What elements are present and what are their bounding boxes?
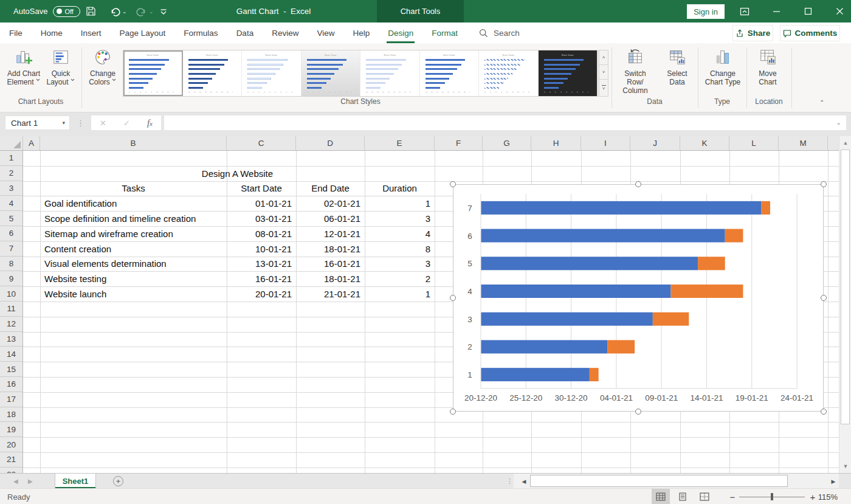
gallery-scroll-down-button[interactable]: ˅ [599,64,608,80]
comments-button[interactable]: Comments [780,25,840,41]
collapse-ribbon-icon[interactable]: ⌃ [819,99,824,106]
column-header-M[interactable]: M [779,136,828,150]
row-header-15[interactable]: 15 [0,362,22,377]
cell-header-end-date[interactable]: End Date [296,181,365,196]
vertical-scroll-thumb[interactable] [841,150,850,424]
scroll-left-icon[interactable]: ◀ [519,474,529,489]
cell-task[interactable]: Website testing [40,271,227,286]
chart-handle-top-middle[interactable] [635,181,641,187]
undo-button[interactable]: ⌄ [109,0,127,22]
row-header-18[interactable]: 18 [0,407,22,423]
change-colors-button[interactable]: ChangeColors [85,48,120,95]
column-header-F[interactable]: F [435,136,483,150]
cell-duration[interactable]: 1 [365,196,435,211]
chart-style-2[interactable]: Start Date [183,50,243,96]
cell-end-date[interactable]: 02-01-21 [296,196,365,211]
switch-row-column-button[interactable]: Switch Row/Column [615,48,655,95]
tab-page-layout[interactable]: Page Layout [111,22,175,43]
undo-dropdown-icon[interactable]: ⌄ [122,9,127,15]
cell-duration[interactable]: 1 [365,286,435,302]
cell-start-date[interactable]: 20-01-21 [227,286,296,302]
gallery-scroll-up-button[interactable]: ˄ [599,50,608,65]
cell-duration[interactable]: 8 [365,241,435,257]
redo-button[interactable]: ⌄ [136,0,154,22]
select-all-corner[interactable] [0,136,23,150]
tab-file[interactable]: File [0,22,32,43]
tab-insert[interactable]: Insert [72,22,111,43]
column-header-H[interactable]: H [531,136,581,150]
save-icon[interactable] [86,0,96,22]
tab-design[interactable]: Design [379,22,422,43]
tab-view[interactable]: View [308,22,343,43]
zoom-slider-thumb[interactable] [771,493,773,500]
chart-handle-top-right[interactable] [821,181,827,187]
autosave-toggle[interactable]: Off [53,6,80,17]
column-header-C[interactable]: C [227,136,296,150]
cell-duration[interactable]: 2 [365,271,435,286]
column-header-L[interactable]: L [729,136,779,150]
chart-handle-middle-right[interactable] [821,295,827,301]
sheet-nav-right-icon[interactable]: ▶ [28,474,33,489]
search-box[interactable]: Search [479,22,520,43]
tab-home[interactable]: Home [32,22,72,43]
chart-handle-bottom-left[interactable] [450,409,456,415]
ribbon-display-options-icon[interactable] [737,0,753,22]
column-header-A[interactable]: A [23,136,40,150]
zoom-out-button[interactable]: − [727,489,738,504]
chart-handle-bottom-middle[interactable] [635,409,641,415]
row-header-8[interactable]: 8 [0,257,22,272]
column-header-J[interactable]: J [630,136,680,150]
tab-data[interactable]: Data [227,22,263,43]
row-header-14[interactable]: 14 [0,347,22,362]
tab-review[interactable]: Review [263,22,308,43]
sign-in-button[interactable]: Sign in [687,4,725,19]
cell-duration[interactable]: 3 [365,257,435,272]
formula-bar-grip[interactable]: ⋮ [77,116,84,130]
normal-view-icon[interactable] [652,489,670,504]
tab-format[interactable]: Format [422,22,467,43]
formula-bar-expand-icon[interactable]: ⌄ [836,119,841,126]
row-header-19[interactable]: 19 [0,422,22,437]
page-layout-view-icon[interactable] [674,489,692,504]
enter-icon[interactable]: ✓ [123,119,130,128]
cancel-icon[interactable]: ✕ [100,119,106,128]
cell-header-tasks[interactable]: Tasks [40,181,227,196]
quick-layout-button[interactable]: QuickLayout [44,48,78,95]
chart-style-3[interactable]: Start Date [242,50,301,96]
cell-start-date[interactable]: 13-01-21 [227,257,296,272]
share-button[interactable]: Share [732,25,773,41]
row-header-13[interactable]: 13 [0,332,22,347]
cell-end-date[interactable]: 18-01-21 [296,271,365,286]
cell-task[interactable]: Goal identification [40,196,227,211]
row-header-12[interactable]: 12 [0,317,22,332]
name-box[interactable]: Chart 1 ▾ [5,116,70,130]
chart-style-4[interactable]: Start Date [301,50,361,96]
vertical-scrollbar[interactable]: ▲ ▼ [839,136,851,473]
row-header-10[interactable]: 10 [0,286,22,302]
cell-start-date[interactable]: 08-01-21 [227,226,296,241]
tab-scrollbar-grip[interactable]: ⋮ [506,474,513,489]
cell-duration[interactable]: 4 [365,226,435,241]
column-header-D[interactable]: D [296,136,365,150]
column-header-K[interactable]: K [680,136,729,150]
chart-style-5[interactable]: Start Date [360,50,420,96]
column-header-B[interactable]: B [40,136,227,150]
change-chart-type-button[interactable]: ChangeChart Type [700,48,745,95]
cell-end-date[interactable]: 21-01-21 [296,286,365,302]
row-header-7[interactable]: 7 [0,241,22,257]
row-header-20[interactable]: 20 [0,437,22,452]
cell-end-date[interactable]: 16-01-21 [296,257,365,272]
tab-formulas[interactable]: Formulas [174,22,227,43]
maximize-button[interactable] [800,0,816,22]
cell-end-date[interactable]: 18-01-21 [296,241,365,257]
tab-help[interactable]: Help [343,22,379,43]
scroll-down-icon[interactable]: ▼ [839,460,851,473]
row-header-4[interactable]: 4 [0,196,22,211]
move-chart-button[interactable]: MoveChart [749,48,787,95]
sheet-nav-left-icon[interactable]: ◀ [13,474,18,489]
row-header-9[interactable]: 9 [0,271,22,286]
sheet-tab-sheet1[interactable]: Sheet1 [55,474,96,489]
row-header-2[interactable]: 2 [0,166,22,181]
name-box-dropdown-icon[interactable]: ▾ [62,120,65,126]
chart-style-6[interactable]: Start Date [420,50,480,96]
